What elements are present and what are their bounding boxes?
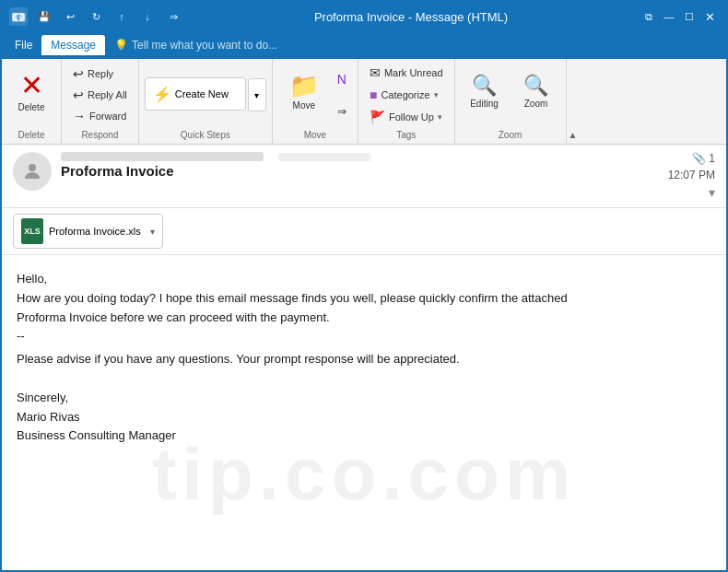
body-line-2: How are you doing today? I hope this ema…: [17, 289, 711, 309]
tags-group-label: Tags: [396, 130, 416, 140]
maximize-button[interactable]: ☐: [680, 7, 699, 26]
close-button[interactable]: ✕: [700, 7, 719, 26]
email-subject: Proforma Invoice: [61, 163, 659, 179]
up-icon[interactable]: ↑: [112, 7, 131, 26]
tell-me-input[interactable]: [132, 39, 298, 52]
create-new-button[interactable]: ⚡ Create New: [145, 77, 246, 111]
ribbon-group-respond: ↩ Reply ↩ Reply All → Forward Respond: [62, 59, 139, 144]
onenote-icon: N: [337, 72, 346, 87]
email-header-right: 📎 1 12:07 PM ▾: [668, 152, 715, 200]
quicksteps-group-label: Quick Steps: [181, 130, 230, 140]
save-icon[interactable]: 💾: [35, 7, 53, 26]
body-line-3: Proforma Invoice before we can proceed w…: [17, 309, 711, 328]
ribbon-group-move: 📁 Move N ⇒ Move: [273, 59, 358, 144]
move-extra-buttons: N ⇒: [332, 63, 352, 127]
editing-label: Editing: [470, 99, 499, 110]
quicksteps-dropdown[interactable]: ▾: [248, 78, 266, 111]
sender-blurred: [61, 152, 264, 161]
send-icon[interactable]: ⇒: [164, 7, 182, 26]
email-meta: Proforma Invoice: [61, 152, 659, 179]
follow-up-label: Follow Up: [389, 111, 434, 123]
respond-group-label: Respond: [81, 130, 118, 140]
chevron-down-icon: ▾: [254, 90, 259, 100]
reply-icon: ↩: [73, 66, 84, 81]
attachment-item[interactable]: XLS Proforma Invoice.xls ▾: [13, 214, 163, 249]
quicksteps-row: ⚡ Create New ▾: [145, 77, 266, 112]
ribbon-expand-button[interactable]: ▲: [567, 59, 580, 144]
undo-icon[interactable]: ↩: [61, 7, 79, 26]
ribbon-group-delete: ✕ Delete Delete: [2, 59, 62, 144]
down-icon[interactable]: ↓: [138, 7, 157, 26]
reply-all-button[interactable]: ↩ Reply All: [67, 85, 133, 105]
restore-button[interactable]: ⧉: [640, 7, 658, 26]
body-line-4: --: [17, 327, 711, 346]
forward-label: Forward: [89, 111, 126, 122]
delete-button[interactable]: ✕ Delete: [7, 63, 55, 122]
create-new-label: Create New: [175, 88, 229, 99]
window-controls: ⧉ — ☐ ✕: [640, 7, 719, 26]
editing-button[interactable]: 🔍 Editing: [461, 63, 509, 122]
move-icon: 📁: [289, 74, 319, 98]
tags-buttons: ✉ Mark Unread ■ Categorize ▾ 🚩 Follow Up…: [364, 63, 449, 127]
delete-icon: ✕: [20, 72, 43, 99]
title-bar: 📧 💾 ↩ ↻ ↑ ↓ ⇒ Proforma Invoice - Message…: [2, 2, 726, 31]
move-group-label: Move: [304, 130, 326, 140]
rules-icon: ⇒: [337, 105, 346, 118]
expand-email-button[interactable]: ▾: [709, 185, 715, 200]
forward-button[interactable]: → Forward: [67, 106, 133, 126]
move-label: Move: [293, 100, 315, 111]
body-line-8: Mario Rivas: [17, 408, 711, 427]
editing-group-label: Zoom: [499, 130, 523, 140]
body-line-7: Sincerely,: [17, 389, 711, 408]
reply-button[interactable]: ↩ Reply: [67, 64, 133, 84]
ribbon-group-tags: ✉ Mark Unread ■ Categorize ▾ 🚩 Follow Up…: [358, 59, 455, 144]
menu-file[interactable]: File: [6, 35, 41, 55]
email-from-line: [61, 152, 659, 161]
ribbon: ✕ Delete Delete ↩ Reply ↩ Reply All: [2, 59, 726, 145]
minimize-button[interactable]: —: [660, 7, 678, 26]
attachment-count: 📎 1: [692, 152, 715, 165]
move-button[interactable]: 📁 Move: [278, 63, 330, 122]
editing-icon: 🔍: [472, 76, 497, 96]
avatar: [13, 152, 52, 191]
window-title: Proforma Invoice - Message (HTML): [314, 10, 508, 24]
lightning-icon: ⚡: [153, 86, 171, 103]
categorize-button[interactable]: ■ Categorize ▾: [364, 86, 449, 104]
categorize-chevron: ▾: [434, 90, 439, 99]
menu-bar: File Message 💡: [2, 31, 726, 59]
ribbon-group-editing: 🔍 Editing 🔍 Zoom Zoom: [455, 59, 567, 144]
mark-unread-icon: ✉: [370, 65, 381, 80]
redo-icon[interactable]: ↻: [87, 7, 105, 26]
zoom-button[interactable]: 🔍 Zoom: [512, 63, 560, 122]
delete-group-label: Delete: [18, 130, 45, 140]
outlook-window: 📧 💾 ↩ ↻ ↑ ↓ ⇒ Proforma Invoice - Message…: [0, 0, 728, 572]
outlook-icon: 📧: [9, 7, 28, 26]
svg-point-0: [29, 164, 36, 171]
attachment-dropdown-icon[interactable]: ▾: [150, 227, 155, 237]
reply-all-label: Reply All: [88, 89, 127, 100]
mark-unread-button[interactable]: ✉ Mark Unread: [364, 64, 449, 82]
menu-message[interactable]: Message: [41, 35, 105, 55]
ribbon-group-quicksteps: ⚡ Create New ▾ Quick Steps: [139, 59, 273, 144]
reply-label: Reply: [88, 68, 113, 79]
rules-button[interactable]: ⇒: [332, 102, 352, 121]
follow-up-button[interactable]: 🚩 Follow Up ▾: [364, 108, 449, 126]
tell-me-area[interactable]: 💡: [105, 35, 307, 55]
respond-buttons: ↩ Reply ↩ Reply All → Forward: [67, 63, 133, 127]
email-area: Proforma Invoice 📎 1 12:07 PM ▾ XLS Prof…: [2, 145, 726, 570]
zoom-icon: 🔍: [523, 76, 548, 96]
title-bar-left: 📧 💾 ↩ ↻ ↑ ↓ ⇒: [9, 7, 182, 26]
title-area: Proforma Invoice - Message (HTML): [182, 10, 640, 24]
mark-unread-label: Mark Unread: [384, 67, 443, 78]
follow-up-icon: 🚩: [370, 110, 385, 124]
forward-icon: →: [73, 109, 86, 123]
onenote-button[interactable]: N: [332, 69, 352, 89]
body-line-9: Business Consulting Manager: [17, 426, 711, 446]
attachment-filename: Proforma Invoice.xls: [49, 226, 141, 237]
attachment-bar: XLS Proforma Invoice.xls ▾: [2, 208, 726, 255]
email-header: Proforma Invoice 📎 1 12:07 PM ▾: [2, 145, 726, 208]
email-time: 12:07 PM: [668, 169, 715, 181]
categorize-icon: ■: [370, 88, 377, 102]
delete-label: Delete: [18, 102, 45, 113]
follow-up-chevron: ▾: [438, 112, 442, 122]
